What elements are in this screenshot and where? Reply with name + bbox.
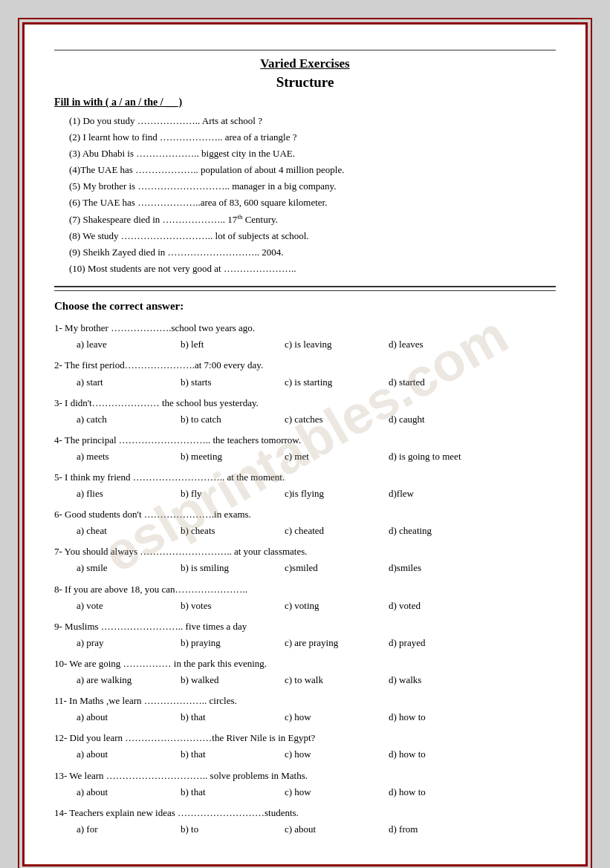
q12-opt-a: a) about <box>77 746 181 763</box>
q4-opt-d: d) is going to meet <box>389 448 522 465</box>
q10-text: 10- We are going …………… in the park this … <box>54 656 556 672</box>
q3-options: a) catch b) to catch c) catches d) caugh… <box>77 411 556 428</box>
q8-options: a) vote b) votes c) voting d) voted <box>77 598 556 614</box>
q1-opt-d: d) leaves <box>389 336 493 353</box>
fill-item-8: (8) We study ……………………….. lot of subjects… <box>69 228 556 244</box>
q9-opt-d: d) prayed <box>389 635 493 651</box>
q9-opt-b: b) praying <box>181 635 285 651</box>
q7-opt-a: a) smile <box>77 560 181 576</box>
q12-opt-b: b) that <box>181 746 285 763</box>
fill-item-6: (6) The UAE has ………………..area of 83, 600 … <box>69 195 556 211</box>
q6-opt-a: a) cheat <box>77 523 181 539</box>
q7-options: a) smile b) is smiling c)smiled d)smiles <box>77 560 556 576</box>
q14-opt-d: d) from <box>389 821 493 838</box>
q3-opt-d: d) caught <box>389 411 493 428</box>
q2-opt-a: a) start <box>77 374 181 391</box>
question-2: 2- The first period………………….at 7:00 every… <box>54 357 556 390</box>
choose-header: Choose the correct answer: <box>54 300 556 313</box>
q8-opt-c: c) voting <box>285 598 389 614</box>
q5-opt-d: d)flew <box>389 486 493 502</box>
question-4: 4- The principal ……………………….. the teacher… <box>54 432 556 465</box>
section-divider-top <box>54 286 556 287</box>
fill-item-4: (4)The UAE has ……………….. population of ab… <box>69 162 556 178</box>
q12-opt-c: c) how <box>285 746 389 763</box>
q5-options: a) flies b) fly c)is flying d)flew <box>77 486 556 502</box>
q8-opt-b: b) votes <box>181 598 285 614</box>
q14-opt-c: c) about <box>285 821 389 838</box>
q2-options: a) start b) starts c) is starting d) sta… <box>77 374 556 391</box>
fill-header: Fill in with ( a / an / the / __ ) <box>54 97 556 108</box>
q11-opt-a: a) about <box>77 709 181 725</box>
fill-item-3: (3) Abu Dhabi is ……………….. biggest city i… <box>69 146 556 162</box>
q8-text: 8- If you are above 18, you can………………….. <box>54 581 556 598</box>
q9-opt-a: a) pray <box>77 635 181 651</box>
q3-opt-c: c) catches <box>285 411 389 428</box>
q7-opt-b: b) is smiling <box>181 560 285 576</box>
q5-opt-c: c)is flying <box>285 486 389 502</box>
q5-text: 5- I think my friend ……………………….. at the … <box>54 469 556 486</box>
question-10: 10- We are going …………… in the park this … <box>54 656 556 688</box>
page-subtitle: Structure <box>54 74 556 91</box>
q9-opt-c: c) are praying <box>285 635 389 651</box>
q7-text: 7- You should always ……………………….. at your… <box>54 544 556 560</box>
question-7: 7- You should always ……………………….. at your… <box>54 544 556 576</box>
q14-opt-b: b) to <box>181 821 285 838</box>
q5-opt-b: b) fly <box>181 486 285 502</box>
q12-text: 12- Did you learn ………………………the River Nil… <box>54 730 556 746</box>
q13-opt-c: c) how <box>285 784 389 800</box>
q4-opt-a: a) meets <box>77 448 181 465</box>
fill-item-7: (7) Shakespeare died in ……………….. 17th Ce… <box>69 212 556 228</box>
q9-options: a) pray b) praying c) are praying d) pra… <box>77 635 556 651</box>
question-6: 6- Good students don't ………………….in exams.… <box>54 506 556 539</box>
q7-opt-c: c)smiled <box>285 560 389 576</box>
q13-opt-d: d) how to <box>389 784 493 800</box>
q2-opt-d: d) started <box>389 374 493 391</box>
q9-text: 9- Muslims …………………….. five times a day <box>54 619 556 635</box>
q4-text: 4- The principal ……………………….. the teacher… <box>54 432 556 448</box>
q13-opt-a: a) about <box>77 784 181 800</box>
q1-opt-b: b) left <box>181 336 285 353</box>
page-title: Varied Exercises <box>54 56 556 71</box>
q13-options: a) about b) that c) how d) how to <box>77 784 556 800</box>
fill-item-9: (9) Sheikh Zayed died in ……………………….. 200… <box>69 244 556 261</box>
q10-options: a) are walking b) walked c) to walk d) w… <box>77 672 556 688</box>
question-8: 8- If you are above 18, you can…………………..… <box>54 581 556 614</box>
q3-opt-a: a) catch <box>77 411 181 428</box>
q5-opt-a: a) flies <box>77 486 181 502</box>
question-12: 12- Did you learn ………………………the River Nil… <box>54 730 556 763</box>
q14-text: 14- Teachers explain new ideas ………………………… <box>54 805 556 821</box>
q10-opt-d: d) walks <box>389 672 493 688</box>
question-1: 1- My brother ……………….school two years ag… <box>54 320 556 353</box>
q6-options: a) cheat b) cheats c) cheated d) cheatin… <box>77 523 556 539</box>
q4-opt-b: b) meeting <box>181 448 285 465</box>
q4-opt-c: c) met <box>285 448 389 465</box>
fill-item-5: (5) My brother is ……………………….. manager in… <box>69 178 556 195</box>
question-9: 9- Muslims …………………….. five times a day a… <box>54 619 556 651</box>
q7-opt-d: d)smiles <box>389 560 493 576</box>
q11-options: a) about b) that c) how d) how to <box>77 709 556 725</box>
question-3: 3- I didn't………………… the school bus yester… <box>54 395 556 428</box>
fill-item-10: (10) Most students are not very good at … <box>69 261 556 277</box>
q4-options: a) meets b) meeting c) met d) is going t… <box>77 448 556 465</box>
q6-opt-d: d) cheating <box>389 523 493 539</box>
fill-in-section: Fill in with ( a / an / the / __ ) (1) D… <box>54 97 556 277</box>
q12-options: a) about b) that c) how d) how to <box>77 746 556 763</box>
q10-opt-a: a) are walking <box>77 672 181 688</box>
q10-opt-b: b) walked <box>181 672 285 688</box>
q14-options: a) for b) to c) about d) from <box>77 821 556 838</box>
q1-options: a) leave b) left c) is leaving d) leaves <box>77 336 556 353</box>
q6-opt-c: c) cheated <box>285 523 389 539</box>
fill-item-2: (2) I learnt how to find ……………….. area o… <box>69 129 556 146</box>
q11-opt-d: d) how to <box>389 709 493 725</box>
q1-text: 1- My brother ……………….school two years ag… <box>54 320 556 336</box>
q13-opt-b: b) that <box>181 784 285 800</box>
q3-opt-b: b) to catch <box>181 411 285 428</box>
question-5: 5- I think my friend ……………………….. at the … <box>54 469 556 502</box>
section-divider-bottom <box>54 290 556 291</box>
q12-opt-d: d) how to <box>389 746 493 763</box>
q11-text: 11- In Maths ,we learn ……………….. circles. <box>54 693 556 709</box>
worksheet-page: eslprintables.com Varied Exercises Struc… <box>22 22 588 867</box>
question-14: 14- Teachers explain new ideas ………………………… <box>54 805 556 838</box>
question-13: 13- We learn ………………………….. solve problems… <box>54 768 556 800</box>
q3-text: 3- I didn't………………… the school bus yester… <box>54 395 556 411</box>
